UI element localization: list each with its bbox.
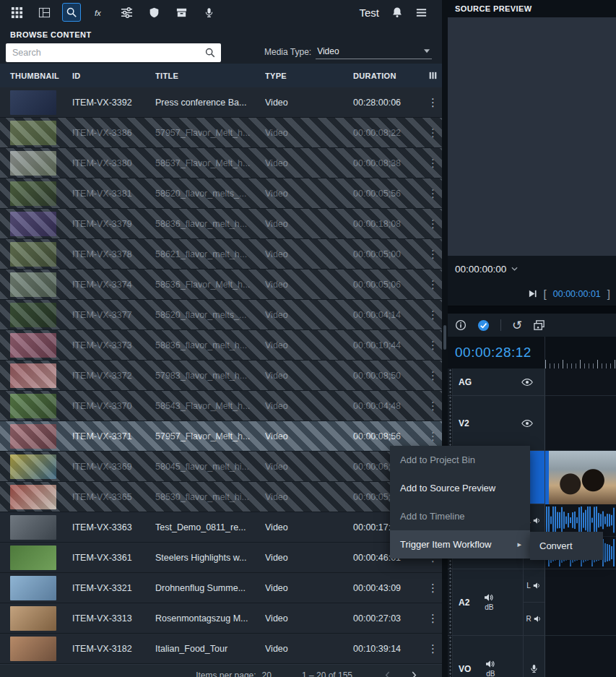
panels-icon[interactable] <box>35 3 53 22</box>
table-row[interactable]: ITEM-VX-337758520_flavor_melts_...Video0… <box>0 300 442 330</box>
row-actions-kebab-icon[interactable]: ⋮ <box>424 126 442 139</box>
table-row[interactable]: ITEM-VX-338058537_Flavor_Melt_h...Video0… <box>0 148 442 178</box>
table-row[interactable]: ITEM-VX-337358836_flavor_melt_h...Video0… <box>0 330 442 361</box>
context-menu-item[interactable]: Trigger Item Workflow▸ <box>390 530 530 559</box>
row-actions-kebab-icon[interactable]: ⋮ <box>424 581 442 595</box>
preview-timecode-row: 00:00:00:00 <box>448 256 616 282</box>
channel-right[interactable]: R <box>524 603 545 635</box>
column-header-type[interactable]: TYPE <box>265 72 353 80</box>
undo-icon[interactable]: ↺ <box>512 319 522 332</box>
splitter-handle[interactable] <box>443 325 446 350</box>
track-header-vo[interactable]: VO dB <box>448 636 545 677</box>
search-icon[interactable] <box>62 3 81 22</box>
track-lane-ag[interactable] <box>545 368 616 396</box>
row-type: Video <box>265 98 353 108</box>
go-to-end-icon[interactable] <box>528 289 537 298</box>
table-row[interactable]: ITEM-VX-3182Italian_Food_TourVideo00:10:… <box>0 634 442 664</box>
panel-splitter[interactable] <box>442 0 448 677</box>
items-per-page-value[interactable]: 20 <box>262 670 272 677</box>
table-row[interactable]: ITEM-VX-3313Rosenmontagszug M...Video00:… <box>0 603 442 634</box>
shield-icon[interactable] <box>144 3 163 22</box>
timeline-ruler[interactable] <box>545 337 616 368</box>
mark-out-icon[interactable]: ] <box>607 288 610 300</box>
column-settings-icon[interactable] <box>428 71 438 80</box>
voiceover-mic-icon[interactable] <box>524 636 545 677</box>
row-actions-kebab-icon[interactable]: ⋮ <box>424 247 442 261</box>
track-visibility-eye-icon[interactable] <box>521 420 533 427</box>
row-actions-kebab-icon[interactable]: ⋮ <box>424 95 442 109</box>
context-submenu-item[interactable]: Convert <box>530 532 603 560</box>
info-icon[interactable] <box>455 319 467 331</box>
apps-icon[interactable] <box>7 3 26 22</box>
row-actions-kebab-icon[interactable]: ⋮ <box>424 186 442 200</box>
media-type-select[interactable]: Media Type: Video <box>264 46 432 59</box>
track-header-ag[interactable]: AG <box>448 368 545 396</box>
user-label[interactable]: Test <box>359 7 379 19</box>
row-type: Video <box>265 249 353 259</box>
row-actions-kebab-icon[interactable]: ⋮ <box>424 399 442 413</box>
table-row[interactable]: ITEM-VX-337858621_flavor_melt_h...Video0… <box>0 239 442 269</box>
row-actions-kebab-icon[interactable]: ⋮ <box>424 368 442 382</box>
source-preview-video[interactable] <box>448 17 616 256</box>
layers-add-icon[interactable] <box>533 319 545 332</box>
context-menu-item[interactable]: Add to Source Preview <box>390 474 530 502</box>
track-drag-handle[interactable] <box>448 368 453 395</box>
sliders-icon[interactable] <box>117 3 136 22</box>
track-lane-vo[interactable] <box>545 636 616 677</box>
track-visibility-eye-icon[interactable] <box>521 379 533 386</box>
track-audio-controls[interactable]: dB <box>484 593 494 611</box>
column-header-id[interactable]: ID <box>72 72 155 80</box>
search-box[interactable] <box>6 43 221 62</box>
mark-in-icon[interactable]: [ <box>544 288 547 300</box>
track-drag-handle[interactable] <box>448 396 453 450</box>
row-actions-kebab-icon[interactable]: ⋮ <box>424 308 442 322</box>
track-drag-handle[interactable] <box>448 636 453 677</box>
table-row[interactable]: ITEM-VX-337058543_Flavor_Melt_h...Video0… <box>0 391 442 421</box>
track-drag-handle[interactable] <box>448 569 453 635</box>
column-header-duration[interactable]: DURATION <box>353 72 424 80</box>
video-clip-thumbnail[interactable] <box>545 451 616 504</box>
pagination-prev-icon[interactable] <box>377 668 398 677</box>
track-lane-a2[interactable] <box>545 569 616 636</box>
column-header-thumbnail[interactable]: THUMBNAIL <box>0 72 72 80</box>
row-actions-kebab-icon[interactable]: ⋮ <box>424 156 442 170</box>
row-actions-kebab-icon[interactable]: ⋮ <box>424 611 442 625</box>
pagination-next-icon[interactable] <box>404 668 425 677</box>
track-vo: VO dB <box>448 636 616 677</box>
track-audio-controls[interactable]: dB <box>485 660 495 677</box>
row-actions-kebab-icon[interactable]: ⋮ <box>424 217 442 230</box>
search-icon[interactable] <box>204 47 216 61</box>
timecode-dropdown-icon[interactable] <box>511 267 518 271</box>
column-header-title[interactable]: TITLE <box>155 72 265 80</box>
table-row[interactable]: ITEM-VX-3363Test_Demo_0811_re...Video00:… <box>0 512 442 543</box>
table-row[interactable]: ITEM-VX-336958045_flavor_melt_hi...Video… <box>0 452 442 482</box>
context-menu-item[interactable]: Add to Timeline <box>390 502 530 530</box>
row-actions-kebab-icon[interactable]: ⋮ <box>424 338 442 352</box>
row-actions-kebab-icon[interactable]: ⋮ <box>424 642 442 655</box>
context-menu-item[interactable]: Add to Project Bin <box>390 446 530 474</box>
channel-left[interactable]: L <box>524 569 545 603</box>
track-lane-v2[interactable] <box>545 396 616 451</box>
track-header-v2[interactable]: V2 <box>448 396 545 451</box>
hamburger-menu-icon[interactable] <box>415 7 428 19</box>
table-row[interactable]: ITEM-VX-3392Press conference Ba...Video0… <box>0 87 442 118</box>
mic-icon[interactable] <box>199 3 218 22</box>
table-row[interactable]: ITEM-VX-338657957_Flavor_Melt_h...Video0… <box>0 118 442 148</box>
notifications-bell-icon[interactable] <box>391 7 403 18</box>
table-row[interactable]: ITEM-VX-337257983_flavor_melt_h...Video0… <box>0 361 442 391</box>
table-row[interactable]: ITEM-VX-337157957_Flavor_Melt_h...Video0… <box>0 421 442 452</box>
table-row[interactable]: ITEM-VX-3361Steelers Highlights w...Vide… <box>0 543 442 573</box>
table-row[interactable]: ITEM-VX-337958836_flavor_melt_h...Video0… <box>0 209 442 239</box>
row-actions-kebab-icon[interactable]: ⋮ <box>424 429 442 443</box>
row-actions-kebab-icon[interactable]: ⋮ <box>424 277 442 291</box>
table-row[interactable]: ITEM-VX-337458536_Flavor_Melt_h...Video0… <box>0 269 442 300</box>
archive-icon[interactable] <box>172 3 191 22</box>
track-header-a2[interactable]: A2 dB L R <box>448 569 545 636</box>
table-row[interactable]: ITEM-VX-336558530_flavor_melt_hi...Video… <box>0 482 442 512</box>
table-row[interactable]: ITEM-VX-3321Drohnenflug Summe...Video00:… <box>0 573 442 603</box>
check-circle-icon[interactable] <box>477 319 490 332</box>
table-row[interactable]: ITEM-VX-338158520_flavor_melts_...Video0… <box>0 178 442 209</box>
effects-icon[interactable]: fx <box>90 3 108 22</box>
row-duration: 00:00:43:09 <box>353 583 424 593</box>
search-input[interactable] <box>6 48 221 58</box>
